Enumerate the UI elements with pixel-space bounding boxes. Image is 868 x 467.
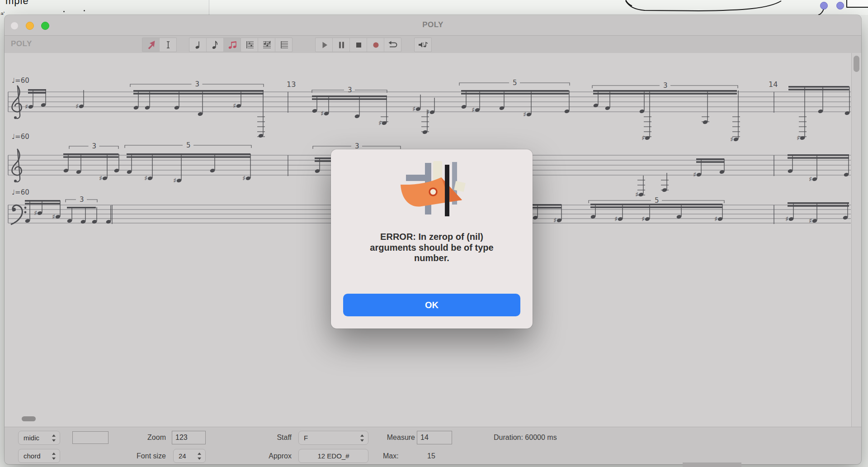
transport-group [315,38,401,52]
measure-field[interactable]: 14 [417,431,452,444]
chord-popup[interactable]: chord [18,449,60,463]
svg-text:♯: ♯ [809,175,812,183]
score-icon [261,39,272,50]
midic-popup[interactable]: midic [18,431,60,445]
svg-text:♯: ♯ [233,102,236,110]
staff-tool-group [241,38,292,52]
svg-text:♯: ♯ [635,191,638,199]
svg-text:♯: ♯ [642,215,645,223]
speaker-button[interactable] [415,38,431,52]
vertical-scrollbar-thumb[interactable] [854,56,859,72]
svg-text:♯: ♯ [797,134,800,142]
approx-button[interactable]: 12 EDO_# [298,449,368,463]
score-view-button[interactable] [258,38,275,52]
titlebar: POLY [5,15,861,35]
eighth-note-tool-button[interactable] [206,38,223,52]
bottom-right-fragment [683,462,741,467]
zoom-label: Zoom [118,431,166,444]
beamed-notes-tool-button[interactable] [223,38,241,52]
horizontal-scrollbar-thumb[interactable] [22,416,36,421]
svg-text:♯: ♯ [25,103,28,111]
app-logo-icon [398,159,466,218]
patch-box [846,0,868,8]
svg-text:♯: ♯ [785,215,788,223]
svg-text:5: 5 [186,141,191,149]
chevron-up-down-icon [51,452,57,460]
svg-text:♯: ♯ [693,171,696,179]
error-message: ERROR: In zerop of (nil) arguments shoul… [357,232,506,264]
note-tool-group [189,38,241,52]
play-button[interactable] [316,38,332,52]
toolbar-poly-label: POLY [11,39,32,48]
duration-text: Duration: 60000 ms [494,431,557,444]
zoom-field[interactable]: 123 [172,431,206,444]
svg-text:♯: ♯ [75,102,79,110]
svg-text:3: 3 [663,81,668,90]
loop-icon [387,39,399,50]
unlabeled-field[interactable] [72,431,108,444]
svg-text:3: 3 [80,195,84,204]
stop-icon [353,39,364,50]
loop-button[interactable] [384,38,401,52]
cursor-tool-group [142,38,177,52]
font-size-stepper[interactable]: 24 [173,449,206,463]
quarter-note-icon [193,39,203,50]
patch-node [820,2,828,10]
measure-label: Measure [361,431,415,444]
svg-text:5: 5 [513,79,517,87]
svg-text:13: 13 [287,80,296,89]
svg-text:♯: ♯ [52,213,55,221]
staff-popup[interactable]: F [298,431,368,445]
svg-text:♩=60: ♩=60 [12,188,29,196]
chevron-up-down-icon [197,452,203,460]
staff-lines-view-button[interactable] [275,38,292,52]
text-cursor-tool-button[interactable] [159,38,176,52]
svg-text:♯: ♯ [34,209,37,217]
chevron-up-down-icon [51,434,57,442]
svg-text:♯: ♯ [730,135,733,143]
approx-label: Approx [253,449,292,463]
patch-node [836,2,844,10]
background-app-strip: mple a' [0,0,868,15]
svg-text:♯: ♯ [242,174,245,182]
beamed-notes-icon [227,39,238,50]
stop-button[interactable] [349,38,367,52]
svg-text:♯: ♯ [426,108,429,116]
toolbar: POLY [5,35,861,54]
patch-cables [0,0,868,15]
vertical-scrollbar[interactable] [851,53,861,427]
svg-text:♯: ♯ [523,110,526,119]
svg-text:3: 3 [348,86,352,94]
svg-text:♯: ♯ [99,174,102,182]
svg-text:♯: ♯ [614,215,618,223]
svg-text:5: 5 [655,196,659,205]
staff-popup-value: F [304,434,359,442]
svg-text:14: 14 [769,80,778,89]
record-icon [370,39,381,50]
record-button[interactable] [367,38,384,52]
ibeam-icon [163,39,174,50]
staff-label: Staff [253,431,292,444]
max-label: Max: [383,449,399,463]
chord-popup-value: chord [24,452,51,460]
svg-text:♯: ♯ [714,215,717,223]
pause-icon [336,39,347,50]
svg-text:♩=60: ♩=60 [12,76,29,85]
pointer-tool-button[interactable] [142,38,159,52]
svg-text:♯: ♯ [472,106,475,114]
error-dialog: ERROR: In zerop of (nil) arguments shoul… [331,149,533,329]
pointer-icon [146,39,156,50]
staff-bracket-view-button[interactable] [241,38,258,52]
pause-button[interactable] [332,38,349,52]
font-size-label: Font size [108,449,166,463]
ok-button[interactable]: OK [343,294,520,316]
zoom-field-value: 123 [175,434,188,442]
svg-text:♯: ♯ [809,217,812,225]
svg-text:♯: ♯ [321,110,324,118]
quarter-note-tool-button[interactable] [189,38,206,52]
font-size-value: 24 [179,452,197,460]
midic-popup-value: midic [24,434,51,442]
approx-button-value: 12 EDO_# [317,452,349,460]
staff-lines-icon [278,39,289,50]
svg-text:♯: ♯ [553,216,557,224]
